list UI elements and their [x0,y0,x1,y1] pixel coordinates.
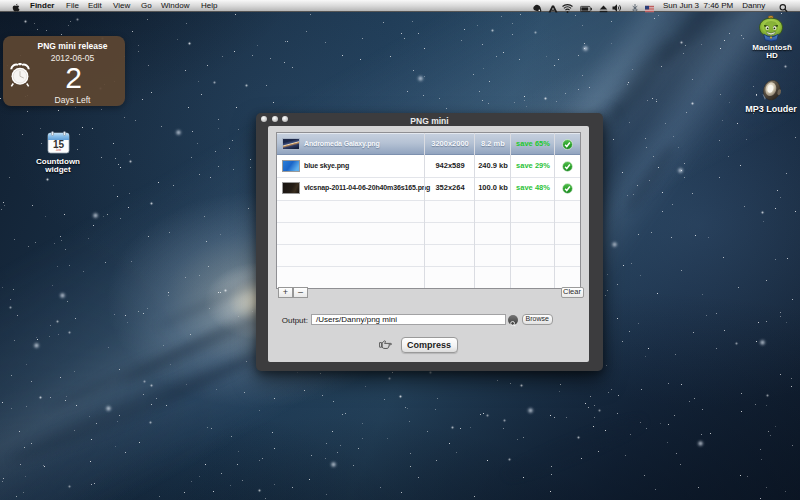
svg-text:June: June [56,148,62,152]
